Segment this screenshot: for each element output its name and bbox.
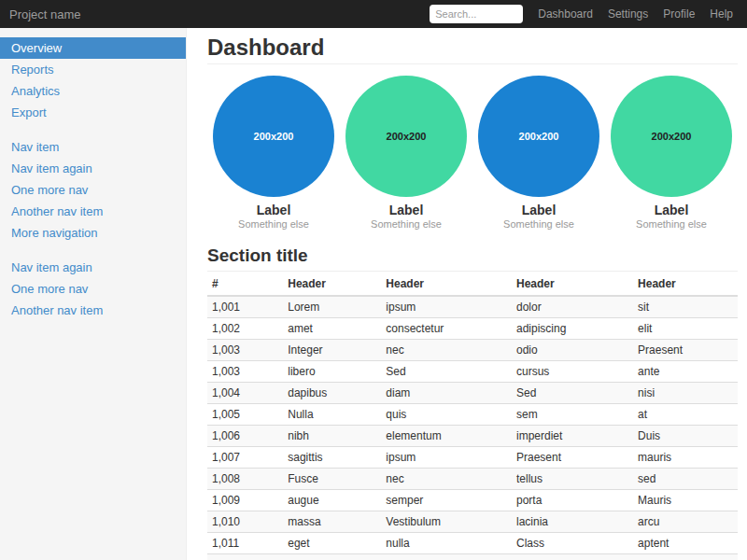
placeholder-circle-image: 200x200 [213,76,334,197]
table-cell: sagittis [283,447,381,469]
table-header-cell: # [207,273,283,296]
table-cell: 1,005 [207,404,283,426]
table-cell: Nulla [283,404,381,426]
sidebar-list-item: Reports [0,59,186,80]
main-content: Dashboard 200x200LabelSomething else200x… [187,0,747,560]
top-navbar: Project name DashboardSettingsProfileHel… [0,0,747,28]
sidebar-list-item: Export [0,102,186,123]
navbar-link-dashboard[interactable]: Dashboard [530,7,600,21]
placeholder-column: 200x200LabelSomething else [207,76,340,231]
sidebar-item-nav-item[interactable]: Nav item [0,136,186,158]
table-row: 1,003liberoSedcursusante [207,361,738,383]
page-title: Dashboard [207,35,738,64]
placeholder-circle-image: 200x200 [478,76,599,197]
table-cell: elementum [381,426,512,447]
table-cell: tellus [512,469,633,490]
placeholder-sublabel: Something else [605,217,738,231]
table-cell: Class [512,533,633,554]
table-cell: aptent [633,533,738,554]
table-header-cell: Header [381,273,512,296]
table-row: 1,005Nullaquissemat [207,404,738,426]
table-cell: sem [512,404,633,426]
sidebar-item-export[interactable]: Export [0,102,186,123]
sidebar-item-analytics[interactable]: Analytics [0,80,186,102]
section-title: Section title [207,245,738,272]
table-cell: adipiscing [512,318,633,340]
table-row: 1,009auguesemperportaMauris [207,490,738,511]
search-input[interactable] [430,5,523,23]
table-cell: 1,006 [207,426,283,447]
placeholder-label: Label [340,203,472,217]
sidebar-list-item: Nav item again [0,257,186,278]
navbar-link-profile[interactable]: Profile [655,7,702,21]
navbar-link-settings[interactable]: Settings [600,7,655,21]
table-header-cell: Header [633,273,738,296]
sidebar-item-more-navigation[interactable]: More navigation [0,222,186,244]
sidebar-list-item: One more nav [0,179,186,201]
sidebar-list-item: One more nav [0,278,186,300]
table-row: 1,003IntegernecodioPraesent [207,340,738,361]
table-cell: 1,010 [207,511,283,533]
table-cell: dolor [512,296,633,318]
data-table: #HeaderHeaderHeaderHeader 1,001Loremipsu… [207,273,738,560]
table-cell: libero [283,361,381,383]
table-cell: odio [512,340,633,361]
table-cell: 1,012 [207,554,283,560]
table-cell: Lorem [283,296,381,318]
table-cell: nibh [283,426,381,447]
table-cell: ipsum [381,296,512,318]
table-row: 1,004dapibusdiamSednisi [207,383,738,404]
sidebar-item-one-more-nav[interactable]: One more nav [0,278,186,300]
table-cell: elit [633,318,738,340]
table-cell: Sed [381,361,512,383]
placeholder-sublabel: Something else [207,217,340,231]
table-cell: amet [283,318,381,340]
sidebar-item-nav-item-again[interactable]: Nav item again [0,257,186,278]
table-cell: diam [381,383,512,404]
table-cell: sed [633,469,738,490]
sidebar-nav: OverviewReportsAnalyticsExportNav itemNa… [0,37,186,321]
placeholder-circle-image: 200x200 [611,76,732,197]
table-cell: consectetur [381,318,512,340]
placeholder-circle-image: 200x200 [345,76,467,197]
placeholder-column: 200x200LabelSomething else [605,76,738,231]
table-row: 1,010massaVestibulumlaciniaarcu [207,511,738,533]
sidebar-item-nav-item-again[interactable]: Nav item again [0,158,186,179]
sidebar-list-item: More navigation [0,222,186,244]
table-cell: Vestibulum [381,511,512,533]
table-row: 1,002ametconsecteturadipiscingelit [207,318,738,340]
sidebar-item-one-more-nav[interactable]: One more nav [0,179,186,201]
sidebar-item-another-nav-item[interactable]: Another nav item [0,201,186,222]
table-row: 1,001Loremipsumdolorsit [207,296,738,318]
table-cell: 1,003 [207,361,283,383]
navbar-link-help[interactable]: Help [702,7,740,21]
sidebar-item-overview[interactable]: Overview [0,37,186,59]
table-cell: massa [283,511,381,533]
table-cell: 1,001 [207,296,283,318]
placeholder-column: 200x200LabelSomething else [472,76,605,231]
table-cell: sociosqu [381,554,512,560]
table-cell: ante [633,361,738,383]
table-cell: Fusce [283,469,381,490]
table-row: 1,011egetnullaClassaptent [207,533,738,554]
table-cell: mauris [633,447,738,469]
table-cell: Praesent [633,340,738,361]
table-cell: augue [283,490,381,511]
sidebar-item-another-nav-item[interactable]: Another nav item [0,300,186,321]
table-cell: Praesent [512,447,633,469]
table-cell: nisi [633,383,738,404]
placeholder-sublabel: Something else [340,217,472,231]
table-header-row: #HeaderHeaderHeaderHeader [207,273,738,296]
table-cell: Duis [633,426,738,447]
table-cell: eget [283,533,381,554]
sidebar-item-reports[interactable]: Reports [0,59,186,80]
table-cell: 1,007 [207,447,283,469]
table-cell: nec [381,469,512,490]
table-cell: 1,009 [207,490,283,511]
sidebar-list-item: Nav item [0,136,186,158]
placeholder-row: 200x200LabelSomething else200x200LabelSo… [207,76,738,231]
sidebar-list-item: Overview [0,37,186,59]
table-row: 1,008Fuscenectellussed [207,469,738,490]
placeholder-label: Label [605,203,738,217]
project-brand[interactable]: Project name [0,7,91,21]
